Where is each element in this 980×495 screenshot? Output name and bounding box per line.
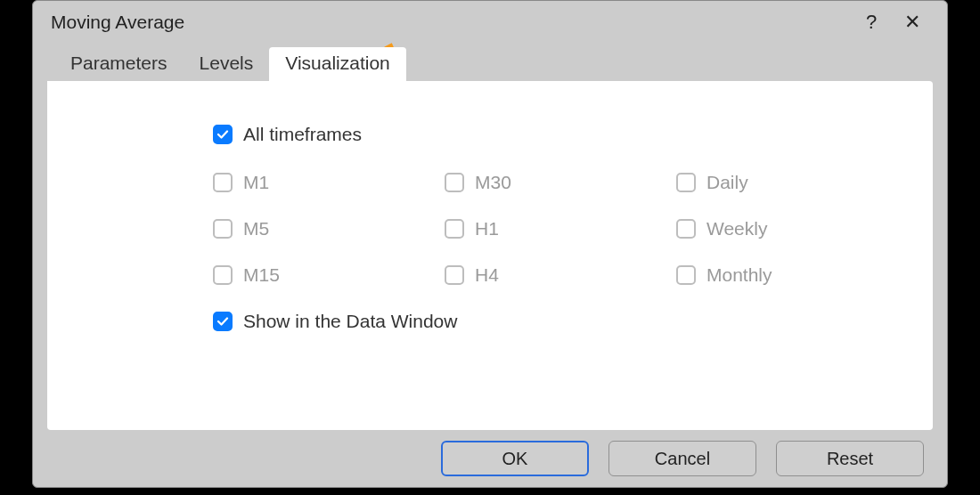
checkbox-label: H4 (475, 264, 499, 286)
ok-button[interactable]: OK (441, 441, 589, 476)
checkbox-label: M15 (243, 264, 280, 286)
tabstrip: Parameters Levels Visualization (33, 44, 947, 81)
checkbox-label: M30 (475, 172, 511, 193)
checkbox-m30: M30 (445, 172, 676, 193)
tab-parameters[interactable]: Parameters (54, 47, 184, 81)
tab-levels[interactable]: Levels (184, 47, 270, 81)
titlebar: Moving Average ? ✕ (33, 1, 947, 44)
visualization-panel: All timeframes M1 M30 Daily M5 H1 Weekly… (47, 81, 933, 430)
reset-button[interactable]: Reset (776, 441, 924, 476)
checkbox-label: Show in the Data Window (243, 311, 457, 332)
help-button[interactable]: ? (851, 11, 892, 34)
checkbox-label: Monthly (706, 264, 772, 286)
checkbox-daily: Daily (676, 172, 908, 193)
checkbox-m15: M15 (213, 264, 445, 286)
tab-visualization[interactable]: Visualization (269, 47, 406, 81)
checkbox-label: Daily (706, 172, 748, 193)
checkbox-h1: H1 (445, 218, 676, 239)
checkbox-label: M5 (243, 218, 269, 239)
checkbox-box (213, 125, 233, 144)
checkbox-h4: H4 (445, 264, 676, 286)
cancel-button[interactable]: Cancel (608, 441, 756, 476)
checkbox-label: H1 (475, 218, 499, 239)
checkbox-label: Weekly (706, 218, 767, 239)
checkbox-label: M1 (243, 172, 269, 193)
checkbox-all-timeframes[interactable]: All timeframes (213, 124, 362, 145)
moving-average-dialog: Moving Average ? ✕ Parameters Levels Vis… (32, 0, 948, 488)
checkbox-m1: M1 (213, 172, 445, 193)
checkbox-box (213, 312, 233, 331)
checkbox-label: All timeframes (243, 124, 362, 145)
window-title: Moving Average (51, 12, 851, 33)
checkbox-m5: M5 (213, 218, 445, 239)
close-button[interactable]: ✕ (892, 11, 933, 34)
dialog-footer: OK Cancel Reset (33, 430, 947, 487)
checkbox-show-data-window[interactable]: Show in the Data Window (213, 311, 457, 332)
checkbox-monthly: Monthly (676, 264, 908, 286)
checkbox-weekly: Weekly (676, 218, 908, 239)
